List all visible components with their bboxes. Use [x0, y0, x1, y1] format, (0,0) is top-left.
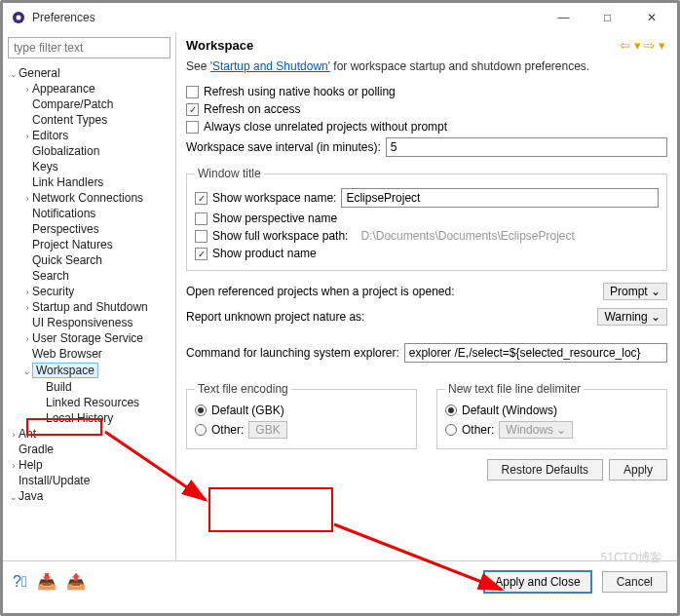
- minimize-button[interactable]: —: [542, 3, 586, 32]
- tree-item[interactable]: UI Responsiveness: [3, 315, 175, 330]
- open-ref-label: Open referenced projects when a project …: [186, 285, 598, 298]
- window-title-group: Window title ✓Show workspace name: Show …: [186, 167, 667, 271]
- tree-item[interactable]: Link Handlers: [3, 174, 175, 190]
- delim-other-radio[interactable]: [445, 424, 457, 436]
- export-icon[interactable]: 📤: [66, 572, 86, 591]
- delimiter-group: New text file line delimiter Default (Wi…: [436, 382, 667, 449]
- tree-item[interactable]: ›Help: [3, 457, 175, 473]
- import-icon[interactable]: 📥: [37, 572, 57, 591]
- tree-item[interactable]: Notifications: [3, 206, 175, 221]
- content-pane: Workspace ⇦ ▾ ⇨ ▾ See 'Startup and Shutd…: [176, 32, 677, 560]
- encoding-group: Text file encoding Default (GBK) Other: …: [186, 382, 417, 449]
- show-prod-checkbox[interactable]: ✓: [195, 248, 208, 260]
- preference-tree[interactable]: ⌄General ›Appearance Compare/Patch Conte…: [3, 63, 175, 560]
- report-select[interactable]: Warning ⌄: [597, 308, 667, 326]
- startup-shutdown-link[interactable]: 'Startup and Shutdown': [210, 59, 330, 73]
- delim-default-radio[interactable]: [445, 404, 457, 416]
- ws-name-input[interactable]: [341, 188, 659, 208]
- save-interval-label: Workspace save interval (in minutes):: [186, 140, 381, 154]
- enc-default-radio[interactable]: [195, 404, 207, 416]
- see-note: See 'Startup and Shutdown' for workspace…: [186, 55, 667, 83]
- tree-item[interactable]: Compare/Patch: [3, 96, 175, 112]
- tree-item[interactable]: Project Natures: [3, 237, 175, 252]
- apply-and-close-button[interactable]: Apply and Close: [483, 570, 591, 594]
- app-icon: [11, 10, 26, 25]
- footer: ?⃝ 📥 📤 Apply and Close Cancel: [3, 560, 677, 601]
- title-bar: Preferences — □ ✕: [3, 3, 677, 32]
- close-unrelated-label: Always close unrelated projects without …: [204, 120, 447, 134]
- filter-input[interactable]: [8, 37, 170, 58]
- tree-item[interactable]: Perspectives: [3, 221, 175, 237]
- delim-other-select[interactable]: Windows ⌄: [499, 421, 573, 439]
- tree-item[interactable]: Quick Search: [3, 252, 175, 268]
- report-label: Report unknown project nature as:: [186, 310, 592, 324]
- tree-item[interactable]: Web Browser: [3, 346, 175, 362]
- cmd-label: Command for launching system explorer:: [186, 346, 399, 360]
- tree-item-general[interactable]: ⌄General: [3, 65, 175, 81]
- tree-item[interactable]: ›Startup and Shutdown: [3, 299, 175, 315]
- back-icon[interactable]: ⇦: [618, 38, 632, 53]
- delimiter-legend: New text file line delimiter: [445, 382, 584, 396]
- tree-item[interactable]: ›User Storage Service: [3, 330, 175, 346]
- tree-item[interactable]: Local History: [3, 410, 175, 426]
- svg-point-1: [17, 16, 21, 20]
- forward-icon[interactable]: ▾ ⇨ ▾: [632, 38, 667, 53]
- tree-item[interactable]: Gradle: [3, 442, 175, 457]
- refresh-access-label: Refresh on access: [204, 102, 300, 116]
- tree-item[interactable]: Install/Update: [3, 473, 175, 488]
- sidebar: ⌄General ›Appearance Compare/Patch Conte…: [3, 32, 176, 560]
- tree-item[interactable]: ›Appearance: [3, 81, 175, 96]
- tree-item[interactable]: Content Types: [3, 112, 175, 128]
- full-path-value: D:\Documents\Documents\EclipseProject: [360, 229, 574, 243]
- close-unrelated-checkbox[interactable]: [186, 121, 199, 134]
- tree-item[interactable]: Search: [3, 268, 175, 284]
- tree-item-workspace[interactable]: ⌄Workspace: [3, 362, 175, 379]
- enc-other-radio[interactable]: [195, 424, 207, 436]
- encoding-legend: Text file encoding: [195, 382, 291, 396]
- tree-item[interactable]: ›Ant: [3, 426, 175, 442]
- refresh-hooks-checkbox[interactable]: [186, 86, 199, 98]
- tree-item[interactable]: ›Security: [3, 284, 175, 299]
- tree-item[interactable]: Keys: [3, 159, 175, 174]
- tree-item[interactable]: Globalization: [3, 143, 175, 159]
- tree-item[interactable]: ›Editors: [3, 128, 175, 143]
- help-icon[interactable]: ?⃝: [13, 573, 27, 591]
- tree-item[interactable]: Build: [3, 379, 175, 395]
- close-button[interactable]: ✕: [629, 3, 673, 32]
- show-ws-checkbox[interactable]: ✓: [195, 192, 208, 205]
- apply-button[interactable]: Apply: [609, 459, 667, 481]
- tree-item[interactable]: Linked Resources: [3, 395, 175, 410]
- restore-defaults-button[interactable]: Restore Defaults: [487, 459, 603, 481]
- refresh-hooks-label: Refresh using native hooks or polling: [204, 85, 396, 98]
- maximize-button[interactable]: □: [586, 3, 629, 32]
- window-title-legend: Window title: [195, 167, 264, 180]
- refresh-access-checkbox[interactable]: ✓: [186, 103, 199, 116]
- show-full-checkbox[interactable]: [195, 230, 208, 243]
- window-title: Preferences: [32, 11, 95, 24]
- save-interval-input[interactable]: [386, 137, 667, 157]
- page-title: Workspace: [186, 38, 618, 53]
- tree-item[interactable]: ›Network Connections: [3, 190, 175, 206]
- show-persp-checkbox[interactable]: [195, 212, 208, 225]
- enc-other-select[interactable]: GBK: [248, 421, 286, 439]
- tree-item[interactable]: ⌄Java: [3, 488, 175, 504]
- open-ref-select[interactable]: Prompt ⌄: [603, 283, 667, 300]
- cmd-input[interactable]: [404, 343, 667, 363]
- cancel-button[interactable]: Cancel: [602, 571, 667, 593]
